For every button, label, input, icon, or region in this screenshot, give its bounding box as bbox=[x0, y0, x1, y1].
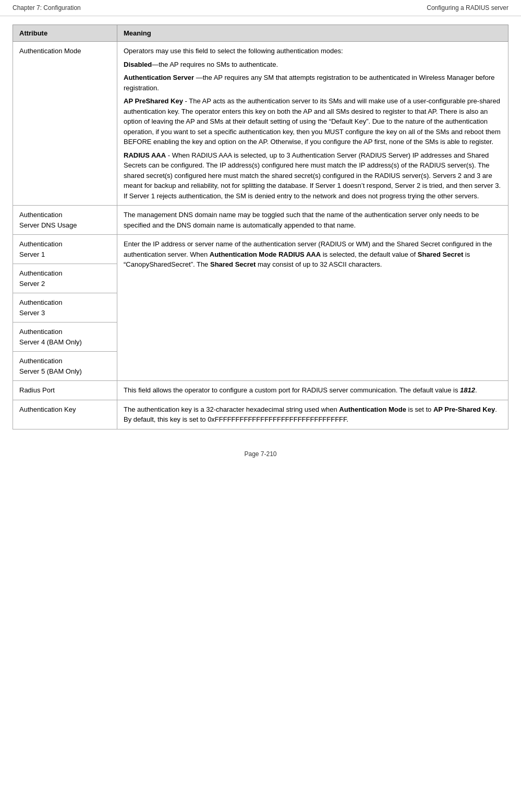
attributes-table: Attribute Meaning Authentication ModeOpe… bbox=[13, 25, 508, 429]
attribute-cell: Authentication Key bbox=[13, 400, 117, 429]
main-content: Attribute Meaning Authentication ModeOpe… bbox=[0, 25, 521, 442]
meaning-cell: Operators may use this field to select t… bbox=[117, 42, 508, 206]
col-meaning-header: Meaning bbox=[117, 25, 508, 42]
meaning-cell: Enter the IP address or server name of t… bbox=[117, 235, 508, 381]
page-header: Chapter 7: Configuration Configuring a R… bbox=[0, 0, 521, 16]
attribute-cell: Authentication Server DNS Usage bbox=[13, 206, 117, 235]
col-attribute-header: Attribute bbox=[13, 25, 117, 42]
table-row: Radius PortThis field allows the operato… bbox=[13, 381, 508, 400]
table-row: Authentication ModeOperators may use thi… bbox=[13, 42, 508, 206]
page-footer: Page 7-210 bbox=[0, 442, 521, 466]
meaning-cell: The authentication key is a 32-character… bbox=[117, 400, 508, 429]
meaning-cell: This field allows the operator to config… bbox=[117, 381, 508, 400]
attribute-cell: Authentication Server 5 (BAM Only) bbox=[13, 352, 117, 381]
table-row: Authentication Server DNS UsageThe manag… bbox=[13, 206, 508, 235]
table-row: Authentication KeyThe authentication key… bbox=[13, 400, 508, 429]
attribute-cell: Authentication Mode bbox=[13, 42, 117, 206]
attribute-cell: Authentication Server 1 bbox=[13, 235, 117, 264]
attribute-cell: Authentication Server 4 (BAM Only) bbox=[13, 323, 117, 352]
attribute-cell: Authentication Server 2 bbox=[13, 264, 117, 293]
page-number: Page 7-210 bbox=[244, 450, 276, 458]
chapter-label: Chapter 7: Configuration bbox=[13, 4, 81, 11]
attribute-cell: Radius Port bbox=[13, 381, 117, 400]
attribute-cell: Authentication Server 3 bbox=[13, 293, 117, 323]
meaning-cell: The management DNS domain name may be to… bbox=[117, 206, 508, 235]
section-label: Configuring a RADIUS server bbox=[427, 4, 508, 11]
table-row: Authentication Server 1Enter the IP addr… bbox=[13, 235, 508, 264]
